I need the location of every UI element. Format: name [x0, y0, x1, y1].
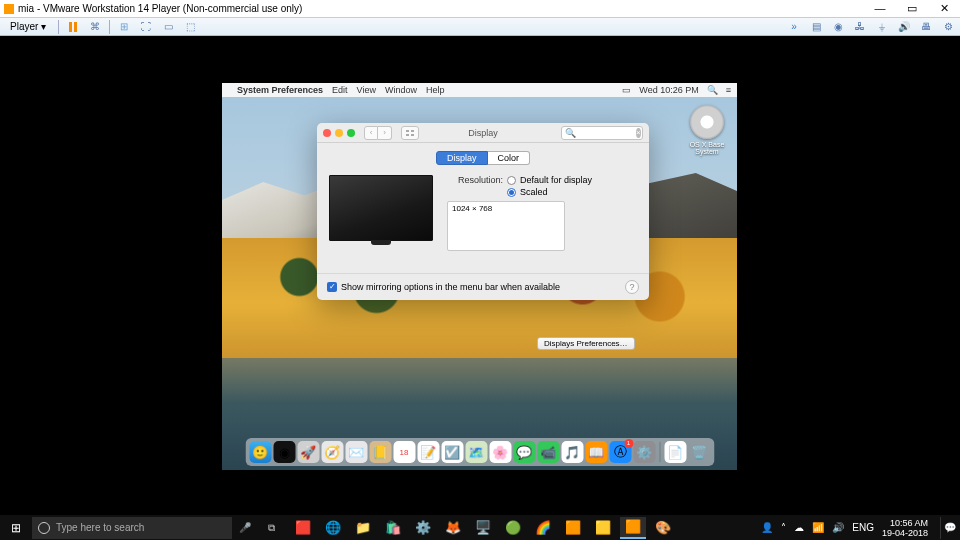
resolution-label: Resolution:	[447, 175, 503, 185]
help-button[interactable]: ?	[625, 280, 639, 294]
back-button[interactable]: ‹	[364, 126, 378, 140]
device-icon[interactable]: »	[786, 20, 802, 34]
dock-separator	[659, 442, 660, 462]
hdd-icon[interactable]: ▤	[808, 20, 824, 34]
dock-trash[interactable]: 🗑️	[688, 441, 710, 463]
taskbar-utorrent[interactable]: 🟢	[500, 517, 526, 539]
dock-photos[interactable]: 🌸	[489, 441, 511, 463]
spotlight-icon[interactable]: 🔍	[707, 85, 718, 95]
radio-default-label: Default for display	[520, 175, 592, 185]
dock-siri[interactable]: ◉	[273, 441, 295, 463]
network-icon[interactable]: 🖧	[852, 20, 868, 34]
close-window-button[interactable]	[323, 129, 331, 137]
dock-launchpad[interactable]: 🚀	[297, 441, 319, 463]
dock-appstore[interactable]: Ⓐ1	[609, 441, 631, 463]
menu-help[interactable]: Help	[426, 85, 445, 95]
pref-search-field[interactable]: 🔍 ×	[561, 126, 643, 140]
badge: 1	[624, 439, 633, 448]
tb-icon[interactable]: ⬚	[182, 20, 198, 34]
radio-scaled-label: Scaled	[520, 187, 548, 197]
dock-messages[interactable]: 💬	[513, 441, 535, 463]
close-button[interactable]: ✕	[928, 2, 960, 15]
tray-onedrive-icon[interactable]: ☁	[794, 522, 804, 533]
dock-notes[interactable]: 📝	[417, 441, 439, 463]
usb-icon[interactable]: ⏚	[874, 20, 890, 34]
action-center-button[interactable]: 💬	[940, 517, 958, 539]
sound-icon[interactable]: 🔊	[896, 20, 912, 34]
taskbar-vmware[interactable]: 🟧	[620, 517, 646, 539]
dock-reminders[interactable]: ☑️	[441, 441, 463, 463]
taskbar-chrome[interactable]: 🌈	[530, 517, 556, 539]
taskbar-search[interactable]: Type here to search	[32, 517, 232, 539]
task-view-button[interactable]: ⧉	[258, 521, 284, 535]
mic-icon[interactable]: 🎤	[232, 521, 258, 535]
maximize-button[interactable]: ▭	[896, 2, 928, 15]
tb-icon[interactable]: ⊞	[116, 20, 132, 34]
dock-textedit[interactable]: 📄	[664, 441, 686, 463]
dock-itunes[interactable]: 🎵	[561, 441, 583, 463]
dock-ibooks[interactable]: 📖	[585, 441, 607, 463]
dock-calendar[interactable]: 18	[393, 441, 415, 463]
taskbar-paint[interactable]: 🎨	[650, 517, 676, 539]
taskbar-opera[interactable]: 🟥	[290, 517, 316, 539]
taskbar-store[interactable]: 🛍️	[380, 517, 406, 539]
taskbar-terminal[interactable]: 🖥️	[470, 517, 496, 539]
search-placeholder: Type here to search	[56, 522, 144, 533]
disc-icon	[690, 105, 724, 139]
dock-maps[interactable]: 🗺️	[465, 441, 487, 463]
mirroring-checkbox[interactable]: ✓	[327, 282, 337, 292]
printer-icon[interactable]: 🖶	[918, 20, 934, 34]
menu-window[interactable]: Window	[385, 85, 417, 95]
taskbar-settings[interactable]: ⚙️	[410, 517, 436, 539]
dock-mail[interactable]: ✉️	[345, 441, 367, 463]
tray-lang[interactable]: ENG	[852, 522, 874, 533]
tab-display[interactable]: Display	[436, 151, 488, 165]
resolution-list[interactable]: 1024 × 768	[447, 201, 565, 251]
tray-people-icon[interactable]: 👤	[761, 522, 773, 533]
pause-vm-button[interactable]	[65, 20, 81, 34]
displays-preferences-button[interactable]: Displays Preferences…	[537, 337, 635, 350]
clear-search-button[interactable]: ×	[636, 128, 641, 138]
send-cad-button[interactable]: ⌘	[87, 20, 103, 34]
search-input[interactable]	[579, 128, 633, 138]
desktop-disk-icon[interactable]: OS X Base System	[685, 105, 729, 155]
radio-scaled[interactable]	[507, 188, 516, 197]
minimize-window-button[interactable]	[335, 129, 343, 137]
tray-chevron-icon[interactable]: ˄	[781, 522, 786, 533]
menubar-display-icon[interactable]: ▭	[622, 85, 631, 95]
dock-finder[interactable]: 🙂	[249, 441, 271, 463]
forward-button[interactable]: ›	[378, 126, 392, 140]
minimize-button[interactable]: —	[864, 2, 896, 15]
menu-view[interactable]: View	[357, 85, 376, 95]
start-button[interactable]: ⊞	[0, 521, 32, 535]
menu-edit[interactable]: Edit	[332, 85, 348, 95]
taskbar-explorer[interactable]: 📁	[350, 517, 376, 539]
app-menu[interactable]: System Preferences	[237, 85, 323, 95]
tray-network-icon[interactable]: 📶	[812, 522, 824, 533]
radio-default[interactable]	[507, 176, 516, 185]
guest-screen[interactable]: System Preferences Edit View Window Help…	[222, 83, 737, 470]
taskbar-edge[interactable]: 🌐	[320, 517, 346, 539]
menubar-menu-icon[interactable]: ≡	[726, 85, 731, 95]
fullscreen-button[interactable]: ⛶	[138, 20, 154, 34]
zoom-window-button[interactable]	[347, 129, 355, 137]
dock-contacts[interactable]: 📒	[369, 441, 391, 463]
taskbar-clock[interactable]: 10:56 AM 19-04-2018	[882, 518, 932, 538]
taskbar-sublime[interactable]: 🟧	[560, 517, 586, 539]
menubar-clock[interactable]: Wed 10:26 PM	[639, 85, 698, 95]
show-all-button[interactable]	[401, 126, 419, 140]
tools-icon[interactable]: ⚙	[940, 20, 956, 34]
dock-safari[interactable]: 🧭	[321, 441, 343, 463]
tray-volume-icon[interactable]: 🔊	[832, 522, 844, 533]
unity-button[interactable]: ▭	[160, 20, 176, 34]
player-menu[interactable]: Player ▾	[4, 21, 52, 32]
cd-icon[interactable]: ◉	[830, 20, 846, 34]
taskbar-app[interactable]: 🟨	[590, 517, 616, 539]
tab-color[interactable]: Color	[488, 151, 531, 165]
resolution-option[interactable]: 1024 × 768	[452, 204, 560, 213]
dock-facetime[interactable]: 📹	[537, 441, 559, 463]
vmware-icon	[4, 4, 14, 14]
taskbar-firefox[interactable]: 🦊	[440, 517, 466, 539]
dock-syspref[interactable]: ⚙️	[633, 441, 655, 463]
cortana-icon	[38, 522, 50, 534]
